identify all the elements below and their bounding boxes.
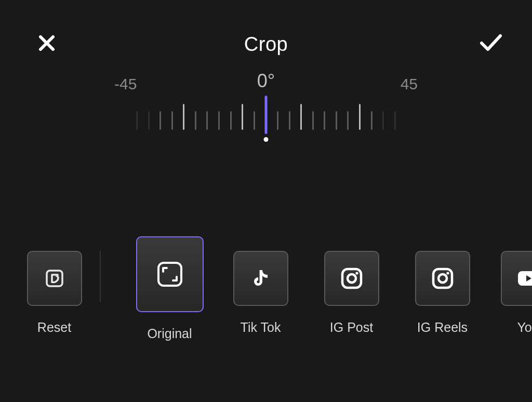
tiktok-icon — [249, 267, 272, 290]
close-button[interactable] — [36, 33, 57, 56]
preset-youtube: You — [493, 236, 532, 335]
reset-block: Reset — [24, 236, 84, 335]
preset-label: IG Post — [330, 320, 373, 335]
preset-tiktok: Tik Tok — [225, 236, 296, 341]
original-icon — [154, 259, 185, 290]
check-icon — [478, 33, 503, 53]
preset-igpost: IG Post — [316, 236, 387, 341]
reset-label: Reset — [37, 320, 71, 335]
preset-tiktok-button[interactable] — [233, 251, 288, 306]
youtube-icon — [516, 268, 533, 289]
svg-rect-3 — [342, 269, 361, 288]
svg-point-7 — [438, 274, 447, 283]
preset-label: Tik Tok — [241, 320, 281, 335]
reset-icon — [43, 267, 66, 290]
preset-igreels: IG Reels — [407, 236, 477, 341]
preset-original-button[interactable] — [136, 236, 204, 312]
rotation-min-label: -45 — [114, 75, 137, 93]
preset-label: You — [517, 320, 532, 335]
close-icon — [36, 33, 57, 53]
preset-label: IG Reels — [417, 320, 468, 335]
page-title: Crop — [244, 33, 288, 56]
preset-igpost-button[interactable] — [324, 251, 379, 306]
rotation-max-label: 45 — [401, 75, 418, 93]
rotation-value: 0° — [257, 70, 275, 92]
svg-rect-2 — [158, 263, 181, 286]
preset-strip: Reset Original Tik Tok — [0, 236, 532, 345]
instagram-icon — [430, 266, 455, 291]
instagram-icon — [339, 266, 364, 291]
reset-button[interactable] — [27, 251, 82, 306]
divider — [100, 251, 101, 302]
confirm-button[interactable] — [478, 33, 503, 56]
rotation-dial[interactable] — [123, 99, 409, 145]
svg-point-8 — [446, 272, 449, 274]
preset-youtube-button[interactable] — [501, 251, 533, 306]
presets: Original Tik Tok IG Post — [135, 236, 477, 341]
svg-rect-6 — [433, 269, 452, 288]
svg-point-4 — [348, 274, 356, 283]
dial-indicator-dot — [264, 137, 269, 142]
dial-indicator — [265, 96, 268, 134]
preset-igreels-button[interactable] — [415, 251, 470, 306]
preset-original: Original — [135, 236, 205, 341]
svg-point-5 — [355, 272, 358, 274]
preset-label: Original — [147, 326, 192, 341]
header: Crop — [0, 29, 532, 60]
